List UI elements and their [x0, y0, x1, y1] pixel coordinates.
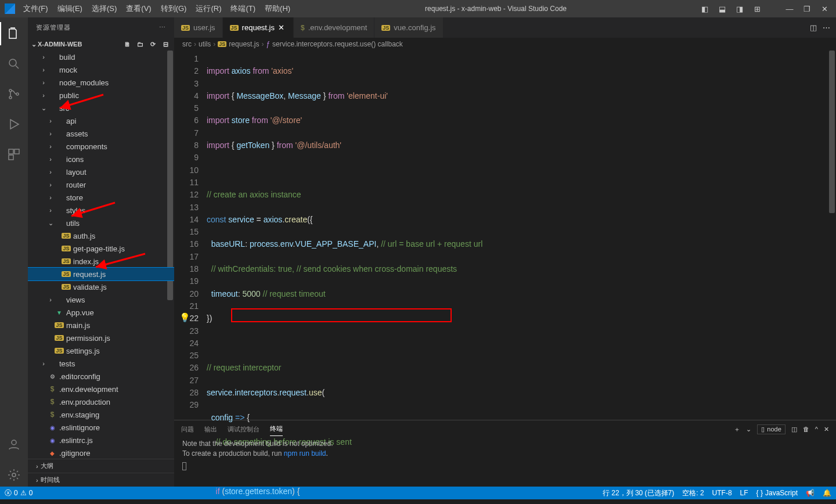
- maximize-icon[interactable]: ❐: [800, 2, 814, 16]
- tree-folder[interactable]: ›layout: [28, 165, 174, 178]
- split-editor-icon[interactable]: ◫: [810, 23, 817, 32]
- editor-tab[interactable]: JSuser.js: [174, 17, 223, 38]
- tree-file[interactable]: JSvalidate.js: [28, 280, 174, 293]
- accounts-icon[interactable]: [0, 433, 28, 456]
- svg-point-8: [12, 473, 16, 477]
- status-errors[interactable]: ⓧ 0 ⚠ 0: [5, 488, 33, 498]
- minimize-icon[interactable]: —: [783, 2, 797, 16]
- tree-file[interactable]: JSindex.js: [28, 255, 174, 268]
- tree-folder[interactable]: ⌄src: [28, 102, 174, 114]
- svg-rect-6: [9, 155, 13, 160]
- outline-section[interactable]: ›大纲: [28, 459, 174, 473]
- layout-panel-left-icon[interactable]: ◧: [698, 2, 712, 16]
- tree-file[interactable]: JSauth.js: [28, 229, 174, 242]
- menu-view[interactable]: 查看(V): [122, 2, 154, 15]
- close-tab-icon[interactable]: ✕: [278, 23, 286, 32]
- tree-folder[interactable]: ›icons: [28, 153, 174, 165]
- menu-run[interactable]: 运行(R): [192, 2, 225, 15]
- editor-tab[interactable]: JSrequest.js✕: [223, 17, 294, 38]
- svg-point-2: [9, 96, 12, 99]
- tree-folder[interactable]: ›store: [28, 191, 174, 204]
- layout-panel-bottom-icon[interactable]: ⬓: [715, 2, 729, 16]
- search-icon[interactable]: [0, 52, 28, 75]
- tree-file[interactable]: JSrequest.js: [28, 268, 174, 280]
- editor-tab[interactable]: JSvue.config.js: [374, 17, 443, 38]
- editor-tab[interactable]: $.env.development: [294, 17, 374, 38]
- tree-folder[interactable]: ›styles: [28, 204, 174, 217]
- tree-folder[interactable]: ›tests: [28, 357, 174, 370]
- tree-folder[interactable]: ›views: [28, 293, 174, 306]
- editor-scrollbar[interactable]: [829, 51, 835, 213]
- tab-more-icon[interactable]: ⋯: [823, 23, 830, 32]
- tree-file[interactable]: ◉.eslintignore: [28, 421, 174, 434]
- svg-point-0: [9, 59, 16, 66]
- menu-goto[interactable]: 转到(G): [157, 2, 190, 15]
- new-file-icon[interactable]: 🗎: [122, 39, 132, 49]
- sidebar-explorer: 资源管理器 ⋯ ⌄ X-ADMIN-WEB 🗎 🗀 ⟳ ⊟ ›build›moc…: [28, 17, 174, 487]
- activity-bar: [0, 17, 28, 487]
- settings-gear-icon[interactable]: [0, 463, 28, 487]
- tree-folder[interactable]: ›assets: [28, 127, 174, 140]
- vscode-logo-icon: [5, 3, 15, 14]
- run-debug-icon[interactable]: [0, 113, 28, 136]
- tree-file[interactable]: $.env.staging: [28, 408, 174, 421]
- svg-rect-5: [15, 149, 19, 154]
- tree-folder[interactable]: ›build: [28, 51, 174, 63]
- menu-select[interactable]: 选择(S): [88, 2, 120, 15]
- tree-folder[interactable]: ›node_modules: [28, 76, 174, 89]
- tree-folder[interactable]: ›router: [28, 178, 174, 191]
- new-folder-icon[interactable]: 🗀: [135, 39, 145, 49]
- project-header[interactable]: ⌄ X-ADMIN-WEB 🗎 🗀 ⟳ ⊟: [28, 38, 174, 51]
- tree-file[interactable]: ⚙.editorconfig: [28, 370, 174, 383]
- tree-folder[interactable]: ⌄utils: [28, 217, 174, 229]
- tree-file[interactable]: ▼App.vue: [28, 306, 174, 319]
- menu-bar: 文件(F) 编辑(E) 选择(S) 查看(V) 转到(G) 运行(R) 终端(T…: [20, 2, 294, 15]
- explorer-icon[interactable]: [0, 22, 28, 45]
- menu-help[interactable]: 帮助(H): [261, 2, 294, 15]
- tree-folder[interactable]: ›components: [28, 140, 174, 153]
- svg-point-7: [12, 440, 16, 445]
- tree-folder[interactable]: ›api: [28, 114, 174, 127]
- tree-folder[interactable]: ›public: [28, 89, 174, 102]
- editor-tabs: JSuser.jsJSrequest.js✕$.env.developmentJ…: [174, 17, 836, 38]
- menu-file[interactable]: 文件(F): [20, 2, 52, 15]
- tree-file[interactable]: ◆.gitignore: [28, 447, 174, 459]
- tree-folder[interactable]: ›mock: [28, 63, 174, 76]
- menu-edit[interactable]: 编辑(E): [54, 2, 86, 15]
- tree-file[interactable]: JSpermission.js: [28, 332, 174, 344]
- svg-point-3: [16, 93, 19, 95]
- svg-point-1: [9, 89, 12, 92]
- more-icon[interactable]: ⋯: [159, 24, 166, 31]
- refresh-icon[interactable]: ⟳: [147, 39, 158, 49]
- highlight-annotation: [231, 308, 452, 322]
- editor-area: JSuser.jsJSrequest.js✕$.env.developmentJ…: [174, 17, 836, 487]
- source-control-icon[interactable]: [0, 82, 28, 106]
- tree-file[interactable]: $.env.development: [28, 383, 174, 395]
- breadcrumb[interactable]: src› utils› JSrequest.js› ƒservice.inter…: [174, 38, 836, 51]
- collapse-icon[interactable]: ⊟: [160, 39, 171, 49]
- extensions-icon[interactable]: [0, 143, 28, 166]
- tree-file[interactable]: JSsettings.js: [28, 344, 174, 357]
- tree-file[interactable]: ◉.eslintrc.js: [28, 434, 174, 447]
- editor[interactable]: 1234567891011121314151617181920212223242…: [174, 51, 836, 420]
- close-window-icon[interactable]: ✕: [817, 2, 831, 16]
- explorer-title: 资源管理器: [36, 23, 71, 32]
- tree-file[interactable]: JSmain.js: [28, 319, 174, 332]
- layout-panel-right-icon[interactable]: ◨: [733, 2, 747, 16]
- tree-file[interactable]: JSget-page-title.js: [28, 242, 174, 255]
- menu-terminal[interactable]: 终端(T): [227, 2, 259, 15]
- window-controls: ◧ ⬓ ◨ ⊞ — ❐ ✕: [698, 2, 831, 16]
- lightbulb-icon[interactable]: 💡: [179, 311, 190, 323]
- window-title: request.js - x-admin-web - Visual Studio…: [294, 5, 698, 13]
- timeline-section[interactable]: ›时间线: [28, 473, 174, 487]
- tree-file[interactable]: $.env.production: [28, 395, 174, 408]
- title-bar: 文件(F) 编辑(E) 选择(S) 查看(V) 转到(G) 运行(R) 终端(T…: [0, 0, 836, 17]
- tab-problems[interactable]: 问题: [181, 423, 194, 436]
- svg-rect-4: [9, 149, 13, 154]
- layout-grid-icon[interactable]: ⊞: [750, 2, 764, 16]
- file-tree: ›build›mock›node_modules›public⌄src›api›…: [28, 51, 174, 459]
